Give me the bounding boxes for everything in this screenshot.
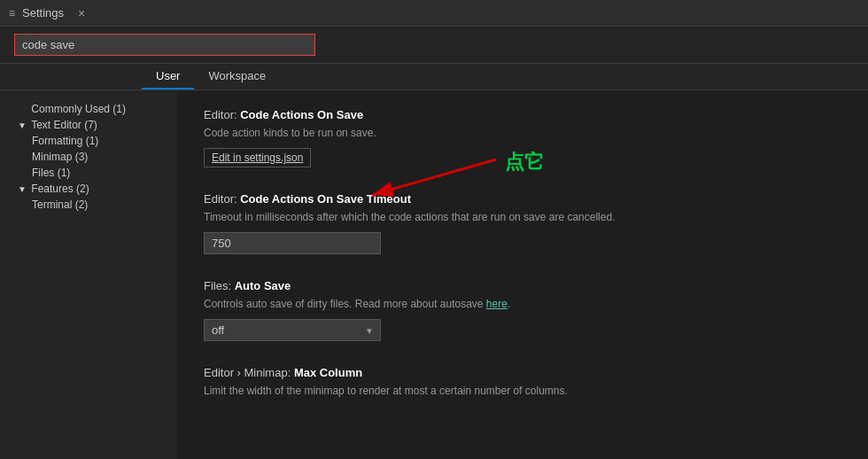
setting-code-actions-timeout: Editor: Code Actions On Save Timeout Tim… [204,192,841,254]
sidebar: Commonly Used (1) ▼ Text Editor (7) Form… [0,90,177,459]
autosave-here-link[interactable]: here [486,298,508,310]
sidebar-item-minimap[interactable]: Minimap (3) [0,149,177,165]
sidebar-item-commonly-used[interactable]: Commonly Used (1) [0,101,177,117]
menu-icon: ≡ [9,7,15,19]
edit-in-settings-json-link[interactable]: Edit in settings.json [204,148,311,167]
chevron-down-icon: ▼ [18,121,28,130]
window-title: Settings [22,6,64,19]
auto-save-select-wrapper: off afterDelay onFocusChange onWindowCha… [204,319,381,341]
sidebar-item-formatting[interactable]: Formatting (1) [0,133,177,149]
tabs-row: User Workspace [0,64,868,90]
setting-desc-2: Timeout in milliseconds after which the … [204,209,841,225]
sidebar-item-text-editor[interactable]: ▼ Text Editor (7) [0,117,177,133]
sidebar-item-files[interactable]: Files (1) [0,165,177,181]
auto-save-select[interactable]: off afterDelay onFocusChange onWindowCha… [204,319,381,341]
main-layout: Commonly Used (1) ▼ Text Editor (7) Form… [0,90,868,459]
setting-desc-3: Controls auto save of dirty files. Read … [204,296,841,312]
sidebar-item-features[interactable]: ▼ Features (2) [0,181,177,197]
setting-code-actions-on-save: Editor: Code Actions On Save Code action… [204,108,841,167]
tab-workspace[interactable]: Workspace [194,64,280,89]
setting-desc-4: Limit the width of the minimap to render… [204,383,841,399]
chevron-down-icon-2: ▼ [18,184,28,194]
search-bar [0,27,868,64]
search-input[interactable] [14,34,315,56]
setting-title-2: Editor: Code Actions On Save Timeout [204,192,841,206]
setting-desc-1: Code action kinds to be run on save. [204,125,841,141]
title-bar: ≡ Settings × [0,0,868,27]
close-button[interactable]: × [78,6,85,20]
tab-user[interactable]: User [142,64,194,89]
setting-minimap-max-column: Editor › Minimap: Max Column Limit the w… [204,366,841,399]
setting-title-1: Editor: Code Actions On Save [204,108,841,121]
timeout-input[interactable] [204,232,381,254]
settings-content: Editor: Code Actions On Save Code action… [177,90,868,459]
setting-title-4: Editor › Minimap: Max Column [204,366,841,379]
sidebar-item-terminal[interactable]: Terminal (2) [0,197,177,213]
setting-title-3: Files: Auto Save [204,279,841,292]
setting-files-auto-save: Files: Auto Save Controls auto save of d… [204,279,841,341]
